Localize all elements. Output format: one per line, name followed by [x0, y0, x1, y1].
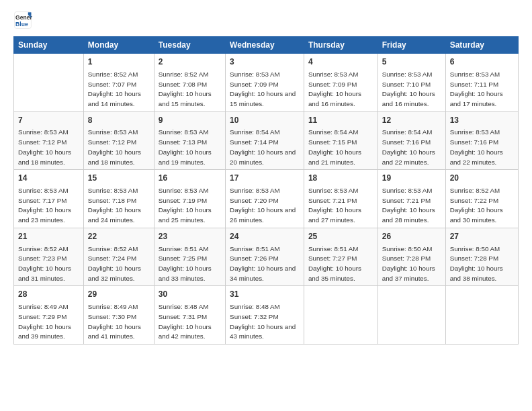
calendar-cell: 14Sunrise: 8:53 AMSunset: 7:17 PMDayligh… — [14, 170, 84, 228]
date-number: 11 — [308, 115, 373, 126]
cell-info: Sunrise: 8:51 AMSunset: 7:25 PMDaylight:… — [159, 245, 212, 282]
calendar-cell: 10Sunrise: 8:54 AMSunset: 7:14 PMDayligh… — [226, 111, 304, 170]
calendar-cell: 2Sunrise: 8:52 AMSunset: 7:08 PMDaylight… — [154, 54, 225, 112]
calendar-cell: 23Sunrise: 8:51 AMSunset: 7:25 PMDayligh… — [154, 228, 225, 286]
week-row-3: 14Sunrise: 8:53 AMSunset: 7:17 PMDayligh… — [14, 170, 519, 228]
cell-info: Sunrise: 8:53 AMSunset: 7:21 PMDaylight:… — [308, 187, 361, 224]
calendar-table: SundayMondayTuesdayWednesdayThursdayFrid… — [13, 36, 519, 345]
date-number: 28 — [18, 289, 79, 300]
calendar-cell: 4Sunrise: 8:53 AMSunset: 7:09 PMDaylight… — [304, 54, 378, 112]
cell-info: Sunrise: 8:53 AMSunset: 7:17 PMDaylight:… — [18, 187, 71, 224]
date-number: 24 — [230, 231, 300, 242]
calendar-cell: 27Sunrise: 8:50 AMSunset: 7:28 PMDayligh… — [445, 228, 518, 286]
cell-info: Sunrise: 8:53 AMSunset: 7:12 PMDaylight:… — [18, 128, 71, 165]
date-number: 29 — [88, 289, 150, 300]
calendar-cell: 26Sunrise: 8:50 AMSunset: 7:28 PMDayligh… — [378, 228, 445, 286]
calendar-cell: 19Sunrise: 8:53 AMSunset: 7:21 PMDayligh… — [378, 170, 445, 228]
cell-info: Sunrise: 8:49 AMSunset: 7:29 PMDaylight:… — [18, 303, 71, 340]
cell-info: Sunrise: 8:52 AMSunset: 7:22 PMDaylight:… — [450, 187, 503, 224]
cell-info: Sunrise: 8:54 AMSunset: 7:15 PMDaylight:… — [308, 128, 361, 165]
date-number: 30 — [159, 289, 221, 300]
svg-marker-4 — [28, 12, 32, 15]
cell-info: Sunrise: 8:53 AMSunset: 7:11 PMDaylight:… — [450, 71, 503, 107]
cell-info: Sunrise: 8:48 AMSunset: 7:31 PMDaylight:… — [159, 303, 212, 340]
calendar-cell: 15Sunrise: 8:53 AMSunset: 7:18 PMDayligh… — [83, 170, 154, 228]
date-number: 19 — [382, 173, 441, 184]
cell-info: Sunrise: 8:53 AMSunset: 7:09 PMDaylight:… — [230, 71, 296, 107]
calendar-cell: 12Sunrise: 8:54 AMSunset: 7:16 PMDayligh… — [378, 111, 445, 170]
header-row: SundayMondayTuesdayWednesdayThursdayFrid… — [14, 37, 519, 54]
day-header-wednesday: Wednesday — [226, 37, 304, 54]
date-number: 25 — [308, 231, 373, 242]
cell-info: Sunrise: 8:54 AMSunset: 7:14 PMDaylight:… — [230, 128, 296, 165]
date-number: 12 — [382, 115, 441, 126]
week-row-5: 28Sunrise: 8:49 AMSunset: 7:29 PMDayligh… — [14, 286, 519, 345]
date-number: 16 — [159, 173, 221, 184]
page-header: General Blue — [13, 11, 519, 30]
calendar-cell — [304, 286, 378, 345]
calendar-cell: 9Sunrise: 8:53 AMSunset: 7:13 PMDaylight… — [154, 111, 225, 170]
calendar-cell: 7Sunrise: 8:53 AMSunset: 7:12 PMDaylight… — [14, 111, 84, 170]
cell-info: Sunrise: 8:48 AMSunset: 7:32 PMDaylight:… — [230, 303, 296, 340]
day-header-monday: Monday — [83, 37, 154, 54]
cell-info: Sunrise: 8:53 AMSunset: 7:16 PMDaylight:… — [450, 128, 503, 165]
date-number: 2 — [159, 56, 221, 68]
cell-info: Sunrise: 8:51 AMSunset: 7:27 PMDaylight:… — [308, 245, 361, 282]
cell-info: Sunrise: 8:53 AMSunset: 7:09 PMDaylight:… — [308, 71, 361, 107]
day-header-thursday: Thursday — [304, 37, 378, 54]
calendar-cell: 28Sunrise: 8:49 AMSunset: 7:29 PMDayligh… — [14, 286, 84, 345]
calendar-cell: 16Sunrise: 8:53 AMSunset: 7:19 PMDayligh… — [154, 170, 225, 228]
calendar-cell: 8Sunrise: 8:53 AMSunset: 7:12 PMDaylight… — [83, 111, 154, 170]
day-header-friday: Friday — [378, 37, 445, 54]
cell-info: Sunrise: 8:53 AMSunset: 7:21 PMDaylight:… — [382, 187, 435, 224]
date-number: 14 — [18, 173, 79, 184]
calendar-cell: 30Sunrise: 8:48 AMSunset: 7:31 PMDayligh… — [154, 286, 225, 345]
calendar-cell: 17Sunrise: 8:53 AMSunset: 7:20 PMDayligh… — [226, 170, 304, 228]
date-number: 20 — [450, 173, 514, 184]
date-number: 7 — [18, 115, 79, 126]
calendar-cell: 11Sunrise: 8:54 AMSunset: 7:15 PMDayligh… — [304, 111, 378, 170]
cell-info: Sunrise: 8:50 AMSunset: 7:28 PMDaylight:… — [450, 245, 503, 282]
cell-info: Sunrise: 8:53 AMSunset: 7:18 PMDaylight:… — [88, 187, 141, 224]
calendar-cell — [14, 54, 84, 112]
date-number: 21 — [18, 231, 79, 242]
svg-text:Blue: Blue — [15, 21, 28, 28]
cell-info: Sunrise: 8:49 AMSunset: 7:30 PMDaylight:… — [88, 303, 141, 340]
calendar-cell — [445, 286, 518, 345]
date-number: 26 — [382, 231, 441, 242]
date-number: 13 — [450, 115, 514, 126]
calendar-cell — [378, 286, 445, 345]
date-number: 6 — [450, 56, 514, 68]
cell-info: Sunrise: 8:51 AMSunset: 7:26 PMDaylight:… — [230, 245, 296, 282]
date-number: 1 — [88, 56, 150, 68]
day-header-sunday: Sunday — [14, 37, 84, 54]
calendar-cell: 22Sunrise: 8:52 AMSunset: 7:24 PMDayligh… — [83, 228, 154, 286]
cell-info: Sunrise: 8:52 AMSunset: 7:23 PMDaylight:… — [18, 245, 71, 282]
calendar-cell: 20Sunrise: 8:52 AMSunset: 7:22 PMDayligh… — [445, 170, 518, 228]
cell-info: Sunrise: 8:52 AMSunset: 7:08 PMDaylight:… — [159, 71, 212, 107]
calendar-cell: 31Sunrise: 8:48 AMSunset: 7:32 PMDayligh… — [226, 286, 304, 345]
week-row-4: 21Sunrise: 8:52 AMSunset: 7:23 PMDayligh… — [14, 228, 519, 286]
date-number: 31 — [230, 289, 300, 300]
date-number: 10 — [230, 115, 300, 126]
date-number: 4 — [308, 56, 373, 68]
logo-icon: General Blue — [13, 11, 32, 30]
date-number: 18 — [308, 173, 373, 184]
calendar-cell: 21Sunrise: 8:52 AMSunset: 7:23 PMDayligh… — [14, 228, 84, 286]
calendar-cell: 25Sunrise: 8:51 AMSunset: 7:27 PMDayligh… — [304, 228, 378, 286]
cell-info: Sunrise: 8:53 AMSunset: 7:13 PMDaylight:… — [159, 128, 212, 165]
date-number: 27 — [450, 231, 514, 242]
cell-info: Sunrise: 8:54 AMSunset: 7:16 PMDaylight:… — [382, 128, 435, 165]
calendar-cell: 24Sunrise: 8:51 AMSunset: 7:26 PMDayligh… — [226, 228, 304, 286]
cell-info: Sunrise: 8:50 AMSunset: 7:28 PMDaylight:… — [382, 245, 435, 282]
calendar-cell: 13Sunrise: 8:53 AMSunset: 7:16 PMDayligh… — [445, 111, 518, 170]
calendar-cell: 6Sunrise: 8:53 AMSunset: 7:11 PMDaylight… — [445, 54, 518, 112]
date-number: 9 — [159, 115, 221, 126]
day-header-tuesday: Tuesday — [154, 37, 225, 54]
cell-info: Sunrise: 8:52 AMSunset: 7:24 PMDaylight:… — [88, 245, 141, 282]
date-number: 17 — [230, 173, 300, 184]
date-number: 15 — [88, 173, 150, 184]
cell-info: Sunrise: 8:53 AMSunset: 7:10 PMDaylight:… — [382, 71, 435, 107]
cell-info: Sunrise: 8:53 AMSunset: 7:12 PMDaylight:… — [88, 128, 141, 165]
day-header-saturday: Saturday — [445, 37, 518, 54]
